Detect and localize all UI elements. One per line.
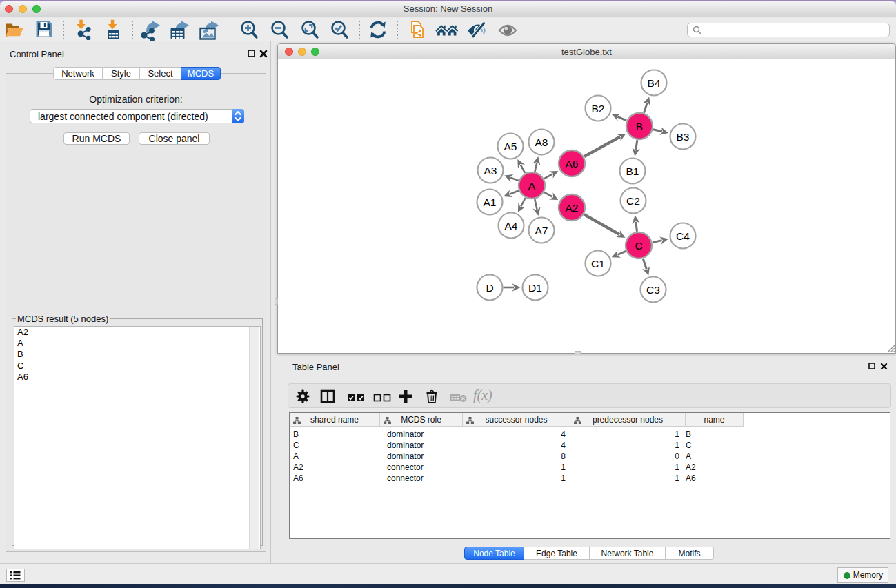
svg-text:C2: C2 [626,195,640,207]
svg-text:D1: D1 [528,282,542,294]
svg-text:C1: C1 [591,258,605,270]
svg-text:B: B [636,121,643,132]
svg-text:C: C [635,240,642,252]
svg-text:A4: A4 [505,220,518,232]
svg-text:C3: C3 [646,284,660,296]
svg-text:B4: B4 [648,77,661,89]
svg-text:B2: B2 [592,103,605,114]
svg-text:B3: B3 [677,131,690,143]
svg-text:D: D [486,282,493,294]
svg-text:A6: A6 [566,158,579,170]
svg-text:A3: A3 [484,165,497,176]
svg-text:C4: C4 [676,230,690,242]
svg-text:A1: A1 [484,196,497,208]
svg-text:A2: A2 [566,202,579,214]
svg-text:A8: A8 [535,136,548,148]
svg-text:B1: B1 [626,165,639,177]
svg-text:A: A [528,180,536,192]
svg-text:A5: A5 [504,141,517,152]
svg-text:A7: A7 [535,225,548,236]
